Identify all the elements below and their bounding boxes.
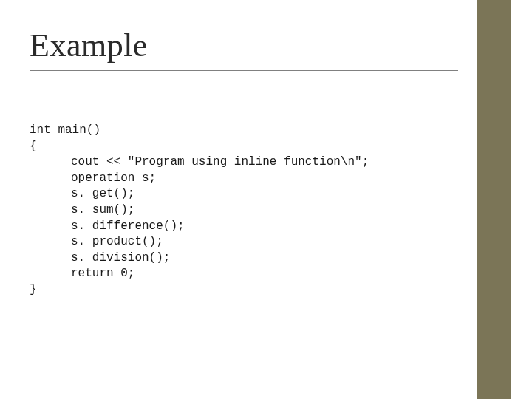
code-line: operation s;: [30, 171, 458, 187]
code-line: int main(): [30, 123, 100, 137]
code-block: int main() { cout << "Program using inli…: [30, 123, 458, 299]
slide-content: Example int main() { cout << "Program us…: [0, 0, 532, 399]
title-underline: [30, 70, 458, 71]
code-line: return 0;: [30, 266, 458, 282]
code-line: {: [30, 140, 37, 153]
slide-title: Example: [30, 27, 458, 64]
code-line: cout << "Program using inline function\n…: [30, 154, 458, 171]
code-line: s. difference();: [30, 219, 458, 235]
code-line: }: [30, 283, 37, 296]
code-line: s. get();: [30, 186, 458, 202]
code-line: s. division();: [30, 250, 458, 267]
code-line: s. sum();: [30, 202, 458, 219]
code-line: s. product();: [30, 234, 458, 250]
